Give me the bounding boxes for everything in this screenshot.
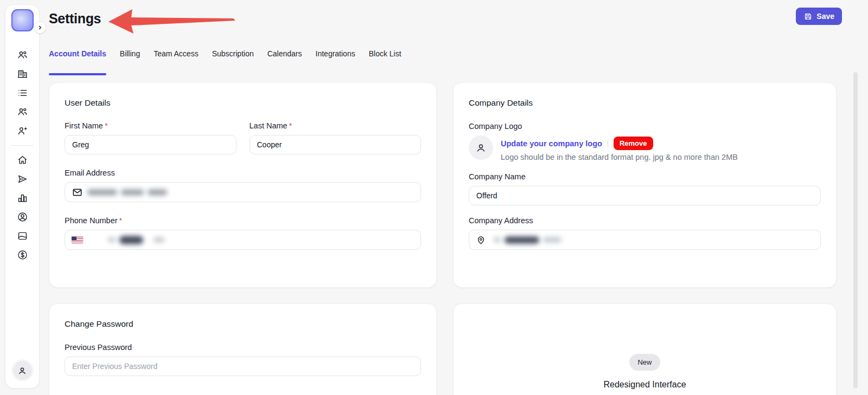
person-icon xyxy=(475,141,487,154)
logo-hint-text: Logo should be in the standard format pn… xyxy=(501,153,738,161)
save-button[interactable]: Save xyxy=(796,8,842,25)
redacted-address-value xyxy=(494,236,561,243)
location-pin-icon xyxy=(476,235,486,245)
annotation-arrow-icon xyxy=(107,7,235,35)
required-mark: * xyxy=(289,121,292,130)
email-label: Email Address xyxy=(65,169,421,177)
sidebar-item-contacts[interactable] xyxy=(5,46,39,64)
company-logo-placeholder xyxy=(469,135,493,160)
user-avatar[interactable] xyxy=(13,361,32,380)
change-password-card: Change Password Previous Password xyxy=(49,303,437,395)
previous-password-label: Previous Password xyxy=(65,343,421,352)
first-name-input[interactable] xyxy=(65,135,237,154)
sidebar xyxy=(5,4,40,388)
save-button-label: Save xyxy=(816,12,834,21)
phone-field[interactable] xyxy=(65,230,421,250)
image-icon xyxy=(17,230,28,242)
send-icon xyxy=(17,173,28,185)
tab-integrations[interactable]: Integrations xyxy=(316,49,355,66)
sidebar-item-list[interactable] xyxy=(5,83,39,102)
tab-calendars[interactable]: Calendars xyxy=(267,49,302,66)
list-icon xyxy=(17,87,28,99)
company-address-field[interactable] xyxy=(469,230,821,250)
person-icon xyxy=(17,365,28,376)
first-name-label: First Name* xyxy=(65,121,237,130)
redacted-phone-value xyxy=(108,236,164,244)
mail-icon xyxy=(72,186,83,198)
last-name-label: Last Name* xyxy=(250,121,422,130)
remove-logo-button[interactable]: Remove xyxy=(614,137,653,150)
sidebar-item-company[interactable] xyxy=(5,64,39,83)
sidebar-item-analytics[interactable] xyxy=(5,189,39,208)
sidebar-item-team[interactable] xyxy=(5,102,39,121)
update-company-logo-link[interactable]: Update your company logo xyxy=(501,139,602,148)
add-person-icon xyxy=(17,125,28,137)
change-password-title: Change Password xyxy=(65,319,421,329)
app-logo[interactable] xyxy=(11,9,34,31)
sidebar-expand-button[interactable] xyxy=(34,21,46,34)
team-icon xyxy=(17,106,28,118)
last-name-input[interactable] xyxy=(250,135,422,154)
company-name-label: Company Name xyxy=(469,172,821,181)
vertical-divider xyxy=(608,140,608,147)
chart-icon xyxy=(17,192,28,204)
tab-team-access[interactable]: Team Access xyxy=(154,49,198,66)
sidebar-divider xyxy=(11,145,34,146)
phone-label: Phone Number* xyxy=(65,216,421,225)
sidebar-item-send[interactable] xyxy=(5,170,39,189)
sidebar-item-home[interactable] xyxy=(5,151,39,170)
company-details-title: Company Details xyxy=(469,98,821,108)
company-icon xyxy=(17,68,28,80)
user-details-card: User Details First Name* Last Name* Emai… xyxy=(49,82,437,288)
company-name-input[interactable] xyxy=(469,186,821,205)
chevron-right-icon xyxy=(36,24,44,31)
sidebar-item-add-person[interactable] xyxy=(5,121,39,140)
user-details-title: User Details xyxy=(65,98,421,108)
account-icon xyxy=(17,211,28,223)
sidebar-item-media[interactable] xyxy=(5,226,39,245)
company-address-label: Company Address xyxy=(469,216,821,225)
tab-account-details[interactable]: Account Details xyxy=(49,49,106,66)
sidebar-item-account[interactable] xyxy=(5,208,39,226)
home-icon xyxy=(17,154,28,166)
settings-tabs: Account Details Billing Team Access Subs… xyxy=(49,49,401,66)
tab-block-list[interactable]: Block List xyxy=(369,49,401,66)
save-icon xyxy=(803,12,813,21)
redacted-email-value xyxy=(87,189,167,195)
required-mark: * xyxy=(119,216,123,225)
sidebar-item-billing[interactable] xyxy=(5,245,39,264)
announcement-title: Redesigned Interface xyxy=(469,380,821,390)
announcement-card: New Redesigned Interface xyxy=(453,303,837,395)
tab-billing[interactable]: Billing xyxy=(120,49,140,66)
required-mark: * xyxy=(105,121,108,130)
company-details-card: Company Details Company Logo Update your… xyxy=(453,82,837,288)
page-title: Settings xyxy=(49,11,101,27)
new-badge: New xyxy=(629,354,660,371)
billing-icon xyxy=(17,249,28,261)
us-flag-icon xyxy=(72,236,83,243)
tab-subscription[interactable]: Subscription xyxy=(212,49,254,66)
vertical-scrollbar[interactable] xyxy=(853,72,858,388)
sidebar-nav xyxy=(5,46,39,264)
contacts-icon xyxy=(17,49,28,61)
email-field[interactable] xyxy=(65,182,421,202)
company-logo-label: Company Logo xyxy=(469,122,821,131)
company-logo-row: Update your company logo Remove Logo sho… xyxy=(469,135,821,161)
previous-password-input[interactable] xyxy=(65,357,421,376)
